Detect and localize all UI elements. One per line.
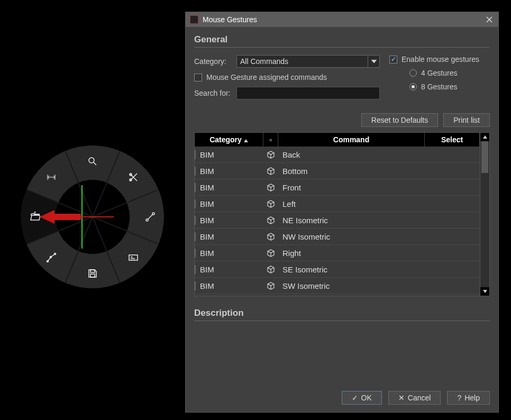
table-row[interactable]: BIMBottom: [195, 163, 480, 179]
mouse-gestures-dialog: Mouse Gestures General Category: All Com…: [185, 12, 499, 413]
category-value: All Commands: [240, 57, 288, 66]
gesture-arrow: [40, 210, 114, 224]
card-icon[interactable]: [127, 251, 140, 264]
dialog-body: General Category: All Commands Mouse Ges…: [186, 27, 498, 412]
enable-gestures-checkbox[interactable]: [389, 56, 397, 63]
cell-category: BIM: [195, 281, 263, 290]
scroll-thumb[interactable]: [481, 141, 488, 173]
check-icon: ✓: [352, 394, 358, 402]
assigned-only-label: Mouse Gesture assigned commands: [206, 73, 327, 81]
svg-marker-13: [371, 60, 377, 63]
table-header: Category ▫ Command Select: [195, 133, 480, 147]
svg-rect-6: [90, 270, 95, 272]
cube-icon: [263, 248, 278, 258]
description-heading: Description: [194, 308, 490, 321]
chevron-down-icon: [368, 56, 379, 67]
cube-icon: [263, 215, 278, 225]
sort-asc-icon: [244, 135, 248, 144]
cube-icon: [263, 281, 278, 290]
close-button[interactable]: [485, 15, 494, 24]
scrollbar[interactable]: [480, 133, 489, 296]
app-icon: [190, 15, 198, 24]
cell-command: NW Isometric: [278, 232, 425, 241]
col-icon-header[interactable]: ▫: [263, 133, 278, 147]
help-icon: ?: [457, 394, 461, 402]
search-label: Search for:: [194, 89, 236, 97]
col-command-header[interactable]: Command: [278, 133, 425, 147]
col-select-header[interactable]: Select: [425, 133, 480, 147]
svg-marker-16: [483, 290, 487, 293]
cell-category: BIM: [195, 249, 263, 258]
cell-category: BIM: [195, 199, 263, 208]
table-row[interactable]: BIMSW Isometric: [195, 278, 480, 294]
enable-gestures-label: Enable mouse gestures: [402, 55, 479, 63]
zoom-icon[interactable]: [86, 155, 99, 168]
scroll-track[interactable]: [480, 141, 489, 287]
radio-8-label: 8 Gestures: [421, 83, 457, 91]
titlebar[interactable]: Mouse Gestures: [186, 12, 498, 27]
cell-command: Right: [278, 249, 425, 258]
cell-command: SW Isometric: [278, 281, 425, 290]
radio-8-gestures[interactable]: [409, 83, 417, 90]
cell-category: BIM: [195, 167, 263, 176]
cube-icon: [263, 232, 278, 241]
dimension-icon[interactable]: [45, 171, 58, 184]
svg-marker-15: [483, 135, 487, 139]
table-row[interactable]: BIMBack: [195, 147, 480, 163]
cell-category: BIM: [195, 183, 263, 192]
radio-4-gestures[interactable]: [409, 69, 417, 77]
snip-icon[interactable]: [127, 171, 140, 184]
cell-command: Left: [278, 199, 425, 208]
close-icon: ✕: [398, 394, 405, 402]
cell-category: BIM: [195, 232, 263, 241]
table-row[interactable]: BIMSE Isometric: [195, 261, 480, 278]
cell-command: Front: [278, 183, 425, 192]
help-button[interactable]: ? Help: [447, 391, 490, 405]
radio-4-label: 4 Gestures: [421, 69, 457, 77]
general-heading: General: [194, 34, 490, 48]
table-row[interactable]: BIMLeft: [195, 196, 480, 212]
command-table: Category ▫ Command Select BIMBackBIMBott…: [194, 132, 490, 296]
line-icon[interactable]: [144, 211, 157, 223]
ok-button[interactable]: ✓ OK: [342, 391, 382, 405]
table-row[interactable]: BIMFront: [195, 179, 480, 196]
svg-rect-7: [90, 274, 95, 277]
cell-command: SE Isometric: [278, 265, 425, 274]
table-row[interactable]: BIMNW Isometric: [195, 229, 480, 245]
print-list-button[interactable]: Print list: [443, 113, 490, 127]
svg-rect-5: [129, 255, 138, 260]
cell-category: BIM: [195, 216, 263, 225]
table-row[interactable]: BIMNE Isometric: [195, 212, 480, 229]
col-category-header[interactable]: Category: [195, 133, 263, 147]
svg-marker-11: [40, 210, 81, 224]
scroll-up-icon[interactable]: [480, 133, 489, 141]
category-combo[interactable]: All Commands: [236, 55, 380, 68]
cancel-button[interactable]: ✕ Cancel: [388, 391, 441, 405]
cube-icon: [263, 199, 278, 208]
dialog-title: Mouse Gestures: [203, 15, 257, 24]
cell-command: NE Isometric: [278, 216, 425, 225]
assigned-only-checkbox[interactable]: [194, 74, 202, 81]
search-input[interactable]: [236, 87, 380, 99]
category-label: Category:: [194, 57, 236, 66]
cell-command: Bottom: [278, 167, 425, 176]
cube-icon: [263, 150, 278, 159]
svg-marker-14: [244, 139, 248, 142]
cube-icon: [263, 166, 278, 176]
cell-command: Back: [278, 150, 425, 159]
cube-icon: [263, 182, 278, 192]
table-row[interactable]: BIMRight: [195, 245, 480, 261]
reset-defaults-button[interactable]: Reset to Defaults: [361, 113, 438, 127]
cell-category: BIM: [195, 150, 263, 159]
cell-category: BIM: [195, 265, 263, 274]
svg-point-0: [89, 158, 94, 163]
polyline-icon[interactable]: [45, 251, 58, 264]
cube-icon: [263, 264, 278, 274]
save-icon[interactable]: [86, 267, 99, 280]
scroll-down-icon[interactable]: [480, 287, 489, 296]
